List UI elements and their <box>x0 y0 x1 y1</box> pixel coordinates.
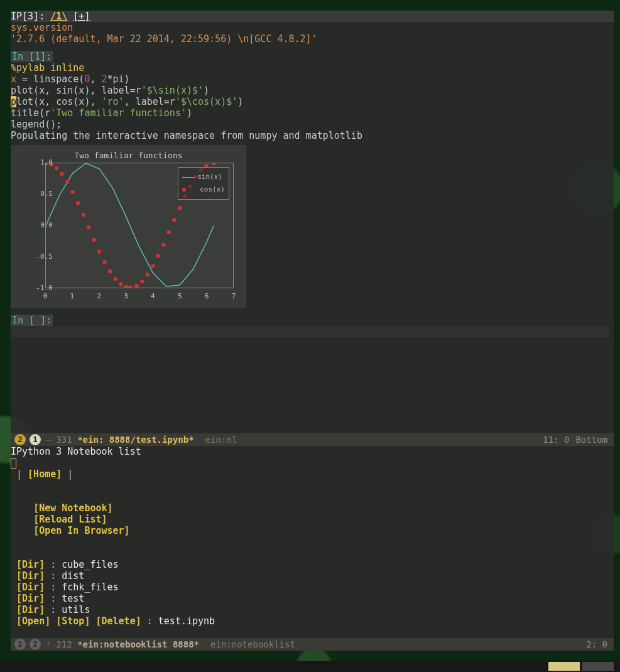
cursor-pos: 11: 0 <box>543 434 569 445</box>
modeline-bottom: 2 2 * 212 *ein:notebooklist 8888* ein:no… <box>11 638 614 651</box>
buffer-name: *ein:notebooklist 8888* <box>77 639 199 650</box>
chart-legend: sin(x) cos(x) <box>178 167 229 200</box>
major-mode: ein:ml <box>205 434 237 445</box>
dir-name[interactable]: test <box>62 593 84 604</box>
taskbar-item[interactable] <box>548 662 580 671</box>
svg-point-8 <box>87 225 90 229</box>
dir-link[interactable]: [Dir] <box>16 604 45 615</box>
open-button[interactable]: [Open] <box>16 615 50 627</box>
cursor-pos: 2: 0 <box>586 639 607 650</box>
svg-point-14 <box>119 282 122 286</box>
breadcrumb: | [Home] | <box>11 469 614 480</box>
dir-name[interactable]: cube_files <box>62 559 118 570</box>
dir-row: [Dir] : cube_files <box>11 559 614 570</box>
window-badge: 2 <box>14 639 26 650</box>
svg-point-6 <box>76 201 80 205</box>
notebook-header: IP[3]: /1\ [+] <box>11 11 614 22</box>
dir-row: [Dir] : fchk_files <box>11 582 614 593</box>
svg-point-18 <box>140 279 144 283</box>
plot-area: sin(x) cos(x) <box>45 163 234 288</box>
svg-point-12 <box>108 269 112 273</box>
reload-list-button[interactable]: [Reload List] <box>33 514 107 525</box>
svg-point-24 <box>172 218 176 222</box>
svg-point-23 <box>167 230 171 234</box>
svg-point-2 <box>55 166 58 170</box>
code-line[interactable]: plot(x, sin(x), label=r'$\sin(x)$') <box>11 85 614 96</box>
code-line[interactable]: %pylab inline <box>11 62 614 73</box>
svg-point-9 <box>92 238 95 242</box>
svg-point-22 <box>161 243 165 247</box>
taskbar-item[interactable] <box>582 662 614 671</box>
modeline-top: 2 1 — 331 *ein: 8888/test.ipynb* ein:ml … <box>11 433 614 446</box>
new-notebook-button[interactable]: [New Notebook] <box>33 502 112 514</box>
notebook-filename[interactable]: test.ipynb <box>158 615 215 627</box>
home-link[interactable]: [Home] <box>28 469 62 480</box>
empty-cell[interactable] <box>11 326 609 337</box>
code-line[interactable]: legend(); <box>11 119 614 130</box>
dir-name[interactable]: fchk_files <box>62 582 118 593</box>
worksheet-indicator: IP[3]: <box>11 11 45 22</box>
notebook-pane: IP[3]: /1\ [+] sys.version '2.7.6 (defau… <box>11 11 614 433</box>
dir-row: [Dir] : utils <box>11 604 614 615</box>
output-chart: Two familiar functions sin(x) cos(x) -1.… <box>11 145 246 308</box>
svg-point-7 <box>81 213 85 217</box>
code-line[interactable]: x = linspace(0, 2*pi) <box>11 73 614 85</box>
add-worksheet[interactable]: [+] <box>73 11 90 22</box>
taskbar <box>0 661 620 672</box>
svg-point-21 <box>156 254 160 257</box>
dir-row: [Dir] : dist <box>11 570 614 582</box>
svg-point-20 <box>151 264 155 268</box>
notebook-row: [Open] [Stop] [Delete] : test.ipynb <box>11 615 614 627</box>
cursor <box>11 458 16 469</box>
dir-link[interactable]: [Dir] <box>16 582 45 593</box>
svg-point-4 <box>65 180 69 184</box>
notebooklist-pane: IPython 3 Notebook list | [Home] | [New … <box>11 446 614 644</box>
output-line: '2.7.6 (default, Mar 22 2014, 22:59:56) … <box>11 33 614 45</box>
svg-point-3 <box>60 172 63 176</box>
svg-point-16 <box>128 286 132 288</box>
svg-point-19 <box>146 273 150 276</box>
dir-name[interactable]: dist <box>62 570 84 582</box>
code-line[interactable]: plot(x, cos(x), 'ro', label=r'$\cos(x)$'… <box>11 96 614 107</box>
major-mode: ein:notebooklist <box>210 639 295 650</box>
buffer-name: *ein: 8888/test.ipynb* <box>77 434 193 445</box>
svg-point-11 <box>102 260 106 264</box>
dir-link[interactable]: [Dir] <box>16 593 45 604</box>
cursor: p <box>11 96 16 107</box>
notebooklist-title: IPython 3 Notebook list <box>11 446 614 457</box>
cell-prompt: In [1]: <box>11 51 53 62</box>
worksheet-tab[interactable]: /1\ <box>50 11 67 22</box>
cell-prompt-empty[interactable]: In [ ]: <box>11 315 53 326</box>
svg-point-17 <box>135 284 139 288</box>
output-line: sys.version <box>11 22 614 33</box>
output-line: Populating the interactive namespace fro… <box>11 130 614 141</box>
stop-button[interactable]: [Stop] <box>56 615 90 627</box>
svg-point-15 <box>124 285 128 288</box>
code-line[interactable]: title(r'Two familiar functions') <box>11 107 614 119</box>
svg-point-10 <box>97 249 101 253</box>
svg-point-31 <box>212 163 215 165</box>
dir-link[interactable]: [Dir] <box>16 559 45 570</box>
dir-row: [Dir] : test <box>11 593 614 604</box>
svg-point-13 <box>113 277 117 281</box>
svg-point-25 <box>178 206 182 210</box>
window-badge: 2 <box>30 639 41 650</box>
open-in-browser-button[interactable]: [Open In Browser] <box>33 525 130 536</box>
dir-link[interactable]: [Dir] <box>16 570 45 582</box>
window-badge: 1 <box>30 434 41 445</box>
scroll-pos: Bottom <box>575 434 607 445</box>
svg-point-5 <box>70 190 74 193</box>
window-badge: 2 <box>14 434 26 445</box>
delete-button[interactable]: [Delete] <box>95 615 141 627</box>
dir-name[interactable]: utils <box>62 604 90 615</box>
